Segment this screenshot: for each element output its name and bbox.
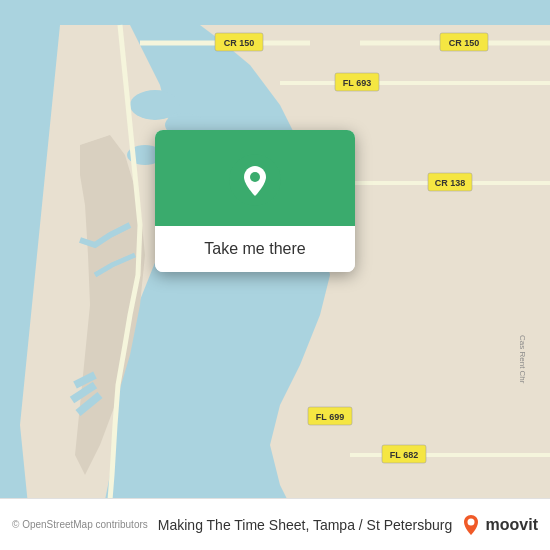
moovit-pin-icon [460,514,482,536]
svg-text:CR 138: CR 138 [435,178,466,188]
bottom-bar: © OpenStreetMap contributors Making The … [0,498,550,550]
svg-marker-1 [200,25,550,525]
svg-text:FL 682: FL 682 [390,450,418,460]
copyright-text: © OpenStreetMap contributors [12,519,148,530]
svg-text:CR 150: CR 150 [449,38,480,48]
location-pin-icon [229,154,281,206]
svg-text:CR 150: CR 150 [224,38,255,48]
svg-point-31 [467,518,474,525]
popup-card: Take me there [155,130,355,272]
svg-text:FL 699: FL 699 [316,412,344,422]
svg-point-30 [250,172,260,182]
svg-point-3 [130,90,180,120]
moovit-logo: moovit [460,514,538,536]
svg-text:FL 693: FL 693 [343,78,371,88]
location-name: Making The Time Sheet, Tampa / St Peters… [158,517,460,533]
take-me-there-button[interactable]: Take me there [155,226,355,272]
map-container: CR 150 CR 150 FL 693 CR 138 FL 699 FL 68… [0,0,550,550]
moovit-brand-text: moovit [486,516,538,534]
popup-header [155,130,355,226]
svg-text:Cas Rent Chr: Cas Rent Chr [518,335,527,384]
map-background: CR 150 CR 150 FL 693 CR 138 FL 699 FL 68… [0,0,550,550]
